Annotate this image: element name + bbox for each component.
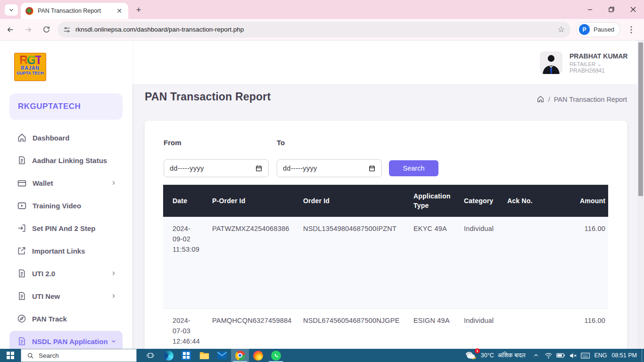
notification-badge: 1 [475,348,480,354]
login-icon [17,223,26,233]
col-date: Date [163,196,203,206]
brand-monogram: RGT [15,54,46,66]
org-banner: RKGUPTATECH [9,93,123,120]
volume-muted-icon[interactable] [567,349,579,362]
forward-icon[interactable] [21,22,36,37]
report-card: From To dd-----yyyy dd-----yyyy Search D… [145,121,627,349]
sidebar-item-uti-new[interactable]: UTI New [9,286,123,306]
back-icon[interactable] [3,22,18,37]
screen: PAN Transaction Report ✕ + [0,0,644,362]
table-header-row: Date P-Order Id Order Id Application Typ… [163,185,608,217]
battery-icon[interactable] [554,349,567,362]
chevron-right-icon [110,293,117,299]
windows-logo-icon [7,352,14,359]
mail-button[interactable] [213,349,231,362]
chrome-button[interactable] [231,349,249,362]
site-settings-icon [63,26,71,33]
col-p-order-id: P-Order Id [203,196,294,206]
firefox-button[interactable] [249,349,267,362]
sidebar-item-pan-track[interactable]: PAN Track [9,308,123,329]
compass-icon [17,314,26,323]
sidebar-item-nsdl-pan-application[interactable]: NSDL PAN Application [9,331,123,349]
task-view-icon [146,351,155,360]
folder-icon [199,351,209,360]
document-icon [17,291,26,301]
browser-menu-icon[interactable] [624,23,638,37]
profile-avatar: P [579,24,590,35]
tray-expand-chevron-icon[interactable] [530,349,542,362]
calendar-icon[interactable] [368,165,376,172]
edge-button[interactable] [159,349,177,362]
chevron-right-icon [110,180,117,186]
user-name: PRABHAT KUMAR [570,52,627,60]
sidebar-item-set-pin[interactable]: Set PIN And 2 Step [9,218,123,239]
firefox-icon [253,351,263,361]
wallet-icon [17,178,27,188]
wifi-icon[interactable] [542,349,554,362]
close-button[interactable] [622,0,644,19]
sidebar-item-uti-2-0[interactable]: UTI 2.0 [9,263,123,284]
document-icon [17,337,26,346]
sidebar-item-dashboard[interactable]: Dashboard [9,127,123,148]
brand-logo[interactable]: RGT RAJAN GUPTA TECH [14,53,46,81]
weather-temp[interactable]: 30°C [481,352,494,359]
bookmark-star-icon[interactable]: ☆ [558,25,565,34]
store-button[interactable] [177,349,195,362]
whatsapp-button[interactable] [267,349,285,362]
brand-line2: GUPTA TECH [15,71,46,76]
org-name: RKGUPTATECH [18,102,81,111]
restore-button[interactable] [601,0,622,19]
document-icon [17,156,26,165]
user-role[interactable]: RETAILER ⌄ [570,61,602,67]
to-date-input[interactable]: dd-----yyyy [277,159,382,177]
profile-status-label: Paused [594,26,614,33]
reload-icon[interactable] [39,22,54,37]
sidebar-item-wallet[interactable]: Wallet [9,173,123,193]
search-button[interactable]: Search [389,160,438,176]
external-link-icon [17,246,26,255]
file-explorer-button[interactable] [195,349,213,362]
language-indicator[interactable]: ENG [594,352,607,359]
url-text[interactable]: rknsdl.onlinepsa.com/dashboard/pan-trans… [75,26,558,33]
calendar-icon[interactable] [255,165,263,172]
sidebar-item-important-links[interactable]: Important Links [9,240,123,261]
new-tab-button[interactable]: + [133,4,144,16]
whatsapp-icon [271,351,281,361]
sidebar-item-training-video[interactable]: Training Video [9,195,123,216]
chevron-down-icon [110,338,117,345]
browser-tab[interactable]: PAN Transaction Report ✕ [21,3,128,19]
url-bar[interactable]: rknsdl.onlinepsa.com/dashboard/pan-trans… [58,22,570,38]
home-icon [17,133,27,143]
tab-search-chevron-icon[interactable] [5,4,18,16]
clock[interactable]: 08:51 PM [611,352,637,359]
col-ack-no: Ack No. [498,196,572,206]
weather-desc[interactable]: आंशिक बादल [498,352,526,359]
store-icon [182,351,191,360]
sidebar-item-aadhar-linking-status[interactable]: Aadhar Linking Status [9,150,123,171]
profile-chip[interactable]: P Paused [576,22,620,37]
col-application-type: Application Type [404,191,454,211]
mail-icon [217,352,227,359]
show-desktop-button[interactable] [642,349,644,362]
user-id: PRABH26841 [570,67,605,74]
breadcrumb-current: PAN Transaction Report [554,96,627,103]
from-date-input[interactable]: dd-----yyyy [164,159,269,177]
weather-icon[interactable]: 1 [465,350,479,361]
task-view-button[interactable] [141,349,159,362]
user-profile[interactable]: PRABHAT KUMAR RETAILER ⌄ PRABH26841 [533,41,637,84]
touch-keyboard-icon[interactable] [579,349,591,362]
taskbar-search[interactable]: Search [21,349,137,362]
breadcrumb-home-icon[interactable] [537,95,545,103]
chevron-right-icon [110,270,117,277]
minimize-button[interactable] [579,0,601,19]
col-amount: Amount [572,196,608,206]
web-page: PRABHAT KUMAR RETAILER ⌄ PRABH26841 RGT … [0,41,644,349]
scrollbar-thumb[interactable] [638,42,643,196]
tab-title: PAN Transaction Report [38,8,115,14]
edge-icon [164,351,173,361]
breadcrumb: / PAN Transaction Report [537,95,627,103]
start-button[interactable] [0,349,21,362]
tab-close-icon[interactable]: ✕ [115,7,124,15]
document-icon [17,269,26,278]
page-scrollbar[interactable] [637,41,644,349]
